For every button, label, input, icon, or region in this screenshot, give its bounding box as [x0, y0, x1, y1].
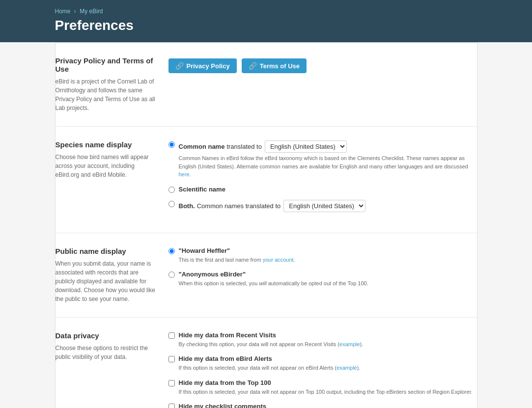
real-name-row: "Howard Heffler" This is the first and l…: [168, 247, 477, 264]
breadcrumb-separator: ›: [74, 8, 76, 15]
both-name-language-select[interactable]: English (United States) English (UK) Spa…: [283, 200, 365, 212]
hide-alerts-row: Hide my data from eBird Alerts If this o…: [168, 355, 477, 372]
public-name-heading: Public name display: [56, 247, 159, 255]
both-name-row: Both. Common names translated to English…: [168, 200, 477, 212]
hide-recent-checkbox[interactable]: [168, 332, 175, 339]
hide-comments-row: Hide my checklist comments If this optio…: [168, 403, 477, 408]
species-section: Species name display Choose how bird nam…: [56, 127, 477, 233]
public-name-description: When you submit data, your name is assoc…: [56, 259, 159, 303]
scientific-name-row: Scientific name: [168, 186, 477, 193]
anon-name-radio[interactable]: [168, 272, 175, 278]
common-name-language-select[interactable]: English (United States) English (UK) Spa…: [265, 140, 347, 153]
scientific-name-label[interactable]: Scientific name: [179, 186, 225, 193]
public-name-section: Public name display When you submit data…: [56, 233, 477, 318]
breadcrumb-home[interactable]: Home: [55, 8, 71, 15]
hide-recent-row: Hide my data from Recent Visits By check…: [168, 331, 477, 349]
privacy-section: Privacy Policy and Terms of Use eBird is…: [56, 43, 477, 127]
page-title: Preferences: [55, 18, 477, 33]
hide-comments-checkbox[interactable]: [168, 404, 175, 408]
privacy-icon: 🔗: [175, 62, 184, 70]
data-privacy-description: Choose these options to restrict the pub…: [56, 344, 159, 361]
common-name-description: Common Names in eBird follow the eBird t…: [179, 154, 477, 179]
data-privacy-options: Hide my data from Recent Visits By check…: [168, 331, 477, 408]
data-privacy-heading: Data privacy: [56, 331, 159, 340]
real-name-label[interactable]: "Howard Heffler": [179, 247, 230, 254]
top-bar: Home › My eBird Preferences: [0, 0, 532, 42]
hide-alerts-label[interactable]: Hide my data from eBird Alerts: [179, 355, 272, 362]
real-name-radio[interactable]: [168, 248, 175, 254]
common-name-row: Common name translated to English (Unite…: [168, 140, 477, 179]
hide-alerts-description: If this option is selected, your data wi…: [179, 364, 361, 372]
hide-top100-description: If this option is selected, your data wi…: [179, 388, 473, 396]
hide-comments-label[interactable]: Hide my checklist comments: [179, 403, 266, 408]
privacy-heading: Privacy Policy and Terms of Use: [56, 56, 159, 73]
recent-visits-example-link[interactable]: example: [339, 341, 360, 347]
hide-recent-label[interactable]: Hide my data from Recent Visits: [179, 331, 276, 339]
sections-container: Privacy Policy and Terms of Use eBird is…: [55, 42, 477, 408]
privacy-description: eBird is a project of the Cornell Lab of…: [56, 77, 159, 112]
hide-top100-label[interactable]: Hide my data from the Top 100: [179, 379, 271, 386]
alerts-example-link[interactable]: example: [336, 365, 357, 371]
hide-recent-description: By checking this option, your data will …: [179, 340, 364, 349]
hide-top100-row: Hide my data from the Top 100 If this op…: [168, 379, 477, 396]
anon-name-description: When this option is selected, you will a…: [179, 279, 368, 288]
scientific-name-radio[interactable]: [168, 187, 175, 193]
both-name-label[interactable]: Both. Common names translated to English…: [179, 200, 366, 212]
species-heading: Species name display: [56, 140, 159, 149]
breadcrumb-myebird[interactable]: My eBird: [80, 8, 103, 15]
hide-alerts-checkbox[interactable]: [168, 356, 175, 362]
terms-icon: 🔗: [249, 62, 257, 70]
privacy-policy-button[interactable]: 🔗 Privacy Policy: [168, 58, 237, 73]
breadcrumb: Home › My eBird: [55, 8, 477, 15]
anon-name-label[interactable]: "Anonymous eBirder": [179, 271, 246, 278]
privacy-buttons: 🔗 Privacy Policy 🔗 Terms of Use: [168, 58, 477, 73]
hide-top100-checkbox[interactable]: [168, 380, 175, 386]
your-account-link[interactable]: your account: [263, 257, 294, 263]
species-description: Choose how bird names will appear across…: [56, 153, 159, 179]
data-privacy-section: Data privacy Choose these options to res…: [56, 318, 477, 408]
terms-of-use-button[interactable]: 🔗 Terms of Use: [242, 58, 307, 73]
anon-name-row: "Anonymous eBirder" When this option is …: [168, 271, 477, 288]
real-name-description: This is the first and last name from you…: [179, 256, 295, 264]
common-name-here-link[interactable]: here: [179, 171, 190, 177]
common-name-label[interactable]: Common name translated to English (Unite…: [179, 140, 347, 153]
both-name-radio[interactable]: [168, 201, 175, 207]
common-name-radio[interactable]: [168, 141, 175, 148]
